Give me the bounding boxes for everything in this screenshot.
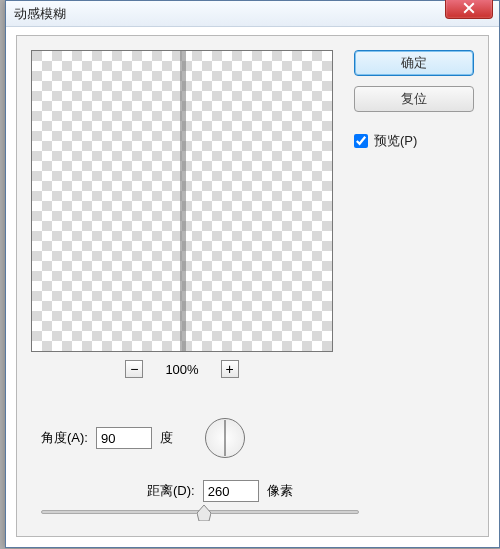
angle-input[interactable] [96, 427, 152, 449]
window-title: 动感模糊 [14, 5, 66, 23]
reset-button[interactable]: 复位 [354, 86, 474, 112]
close-button[interactable] [445, 0, 493, 19]
slider-thumb-icon [197, 505, 211, 521]
slider-track [41, 510, 359, 514]
right-column: 确定 复位 预览(P) [354, 50, 474, 150]
preview-checkbox-label: 预览(P) [374, 132, 417, 150]
slider-thumb[interactable] [197, 505, 211, 521]
dial-needle2-icon [224, 438, 225, 456]
ok-label: 确定 [401, 54, 427, 72]
distance-unit: 像素 [267, 482, 293, 500]
title-bar: 动感模糊 [6, 1, 499, 27]
distance-label: 距离(D): [147, 482, 195, 500]
dialog-window: 动感模糊 − 100% + 确定 复位 [5, 0, 500, 548]
distance-row: 距离(D): 像素 [147, 480, 293, 502]
reset-label: 复位 [401, 90, 427, 108]
ok-button[interactable]: 确定 [354, 50, 474, 76]
zoom-in-button[interactable]: + [221, 360, 239, 378]
dial-needle-icon [224, 420, 225, 438]
preview-area[interactable] [31, 50, 333, 352]
distance-input[interactable] [203, 480, 259, 502]
dialog-body: − 100% + 确定 复位 预览(P) 角度(A): 度 [16, 35, 489, 537]
minus-icon: − [130, 362, 138, 376]
angle-row: 角度(A): 度 [41, 418, 245, 458]
zoom-out-button[interactable]: − [125, 360, 143, 378]
preview-checkbox-row[interactable]: 预览(P) [354, 132, 474, 150]
plus-icon: + [226, 362, 234, 376]
angle-dial[interactable] [205, 418, 245, 458]
close-icon [463, 2, 475, 14]
angle-unit: 度 [160, 429, 173, 447]
zoom-level: 100% [165, 362, 198, 377]
zoom-controls: − 100% + [31, 360, 333, 378]
angle-label: 角度(A): [41, 429, 88, 447]
distance-slider[interactable] [41, 510, 359, 514]
preview-checkbox[interactable] [354, 134, 368, 148]
